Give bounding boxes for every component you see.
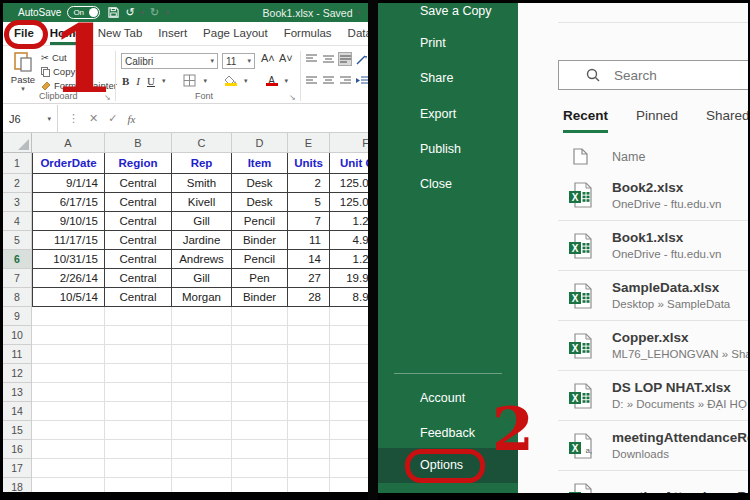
tab-shared[interactable]: Shared with Me [706, 108, 748, 133]
undo-icon[interactable]: ↺ [125, 6, 134, 19]
qat-customize-icon[interactable]: ▾ [165, 9, 169, 17]
column-header-B[interactable]: B [105, 133, 172, 153]
cell-C16[interactable] [172, 440, 232, 459]
cell-F11[interactable] [330, 345, 368, 364]
underline-dropdown-icon[interactable]: ▾ [162, 77, 166, 85]
tab-home[interactable]: Home [42, 27, 90, 45]
cell-A3[interactable]: 6/17/15 [32, 193, 105, 212]
row-header-9[interactable]: 9 [3, 307, 32, 326]
cell-E15[interactable] [288, 421, 330, 440]
cell-A2[interactable]: 9/1/14 [32, 174, 105, 193]
cell-F15[interactable] [330, 421, 368, 440]
font-name-select[interactable]: Calibri▾ [121, 53, 218, 69]
cell-C17[interactable] [172, 459, 232, 478]
cell-D7[interactable]: Pen [232, 269, 288, 288]
cell-B2[interactable]: Central [105, 174, 172, 193]
cell-A18[interactable] [32, 478, 105, 492]
cell-A13[interactable] [32, 383, 105, 402]
cell-E1[interactable]: Units [288, 153, 330, 174]
cell-A16[interactable] [32, 440, 105, 459]
cell-D12[interactable] [232, 364, 288, 383]
cell-A12[interactable] [32, 364, 105, 383]
insert-function-icon[interactable]: fx [127, 113, 135, 125]
row-header-7[interactable]: 7 [3, 269, 32, 288]
indent-icon[interactable] [355, 74, 368, 88]
cell-F1[interactable]: Unit Cost [330, 153, 368, 174]
cell-B6[interactable]: Central [105, 250, 172, 269]
row-header-17[interactable]: 17 [3, 459, 32, 478]
row-header-10[interactable]: 10 [3, 326, 32, 345]
align-bottom-icon[interactable] [338, 52, 352, 66]
row-header-14[interactable]: 14 [3, 402, 32, 421]
align-right-icon[interactable] [338, 74, 352, 88]
cell-D9[interactable] [232, 307, 288, 326]
cell-D1[interactable]: Item [232, 153, 288, 174]
cell-C13[interactable] [172, 383, 232, 402]
search-box[interactable] [558, 60, 748, 90]
cell-D15[interactable] [232, 421, 288, 440]
cell-C11[interactable] [172, 345, 232, 364]
row-header-4[interactable]: 4 [3, 212, 32, 231]
cell-D2[interactable]: Desk [232, 174, 288, 193]
align-left-icon[interactable] [304, 74, 318, 88]
cell-F7[interactable]: 19.99 [330, 269, 368, 288]
row-header-15[interactable]: 15 [3, 421, 32, 440]
cell-D6[interactable]: Pencil [232, 250, 288, 269]
undo-dropdown-icon[interactable]: ▾ [141, 9, 145, 17]
cell-E18[interactable] [288, 478, 330, 492]
cell-D13[interactable] [232, 383, 288, 402]
cell-E13[interactable] [288, 383, 330, 402]
cell-D10[interactable] [232, 326, 288, 345]
cell-F8[interactable]: 8.99 [330, 288, 368, 307]
name-box[interactable]: J6 ▾ [3, 105, 58, 132]
cell-D18[interactable] [232, 478, 288, 492]
copy-button[interactable]: Copy▾ [41, 66, 117, 77]
cell-B12[interactable] [105, 364, 172, 383]
menu-item-feedback[interactable]: Feedback [420, 426, 475, 440]
cell-B17[interactable] [105, 459, 172, 478]
cell-E9[interactable] [288, 307, 330, 326]
cell-B16[interactable] [105, 440, 172, 459]
tab-data[interactable]: Data [340, 27, 368, 45]
cell-F13[interactable] [330, 383, 368, 402]
align-middle-icon[interactable] [321, 52, 335, 66]
cut-button[interactable]: ✂Cut [41, 52, 117, 63]
menu-item-export[interactable]: Export [420, 107, 456, 121]
decrease-font-icon[interactable]: A˅ [279, 52, 293, 64]
file-row[interactable]: X Copper.xlsxML76_LEHONGVAN » Sha [558, 320, 748, 370]
cell-D17[interactable] [232, 459, 288, 478]
tab-recent[interactable]: Recent [563, 108, 608, 133]
save-icon[interactable] [108, 7, 119, 18]
cell-A15[interactable] [32, 421, 105, 440]
cell-C18[interactable] [172, 478, 232, 492]
cell-A8[interactable]: 10/5/14 [32, 288, 105, 307]
cell-F6[interactable]: 1.29 [330, 250, 368, 269]
cell-B14[interactable] [105, 402, 172, 421]
paste-button[interactable]: Paste ▾ [8, 51, 38, 95]
fill-color-button[interactable] [225, 76, 237, 86]
cell-E5[interactable]: 11 [288, 231, 330, 250]
row-header-1[interactable]: 1 [3, 153, 32, 174]
cell-B10[interactable] [105, 326, 172, 345]
file-row[interactable]: X meetingAttendanceRe [558, 470, 748, 493]
align-center-icon[interactable] [321, 74, 335, 88]
row-header-2[interactable]: 2 [3, 174, 32, 193]
cell-A10[interactable] [32, 326, 105, 345]
cell-B11[interactable] [105, 345, 172, 364]
cell-F16[interactable] [330, 440, 368, 459]
column-header-E[interactable]: E [288, 133, 330, 153]
tab-page-layout[interactable]: Page Layout [195, 27, 276, 45]
row-header-18[interactable]: 18 [3, 478, 32, 492]
cell-F10[interactable] [330, 326, 368, 345]
cell-B5[interactable]: Central [105, 231, 172, 250]
increase-font-icon[interactable]: A˄ [261, 52, 275, 64]
cell-A9[interactable] [32, 307, 105, 326]
row-header-8[interactable]: 8 [3, 288, 32, 307]
cell-D3[interactable]: Desk [232, 193, 288, 212]
borders-dropdown-icon[interactable]: ▾ [203, 77, 207, 85]
cell-E7[interactable]: 27 [288, 269, 330, 288]
cell-E3[interactable]: 5 [288, 193, 330, 212]
cell-A1[interactable]: OrderDate [32, 153, 105, 174]
row-header-12[interactable]: 12 [3, 364, 32, 383]
file-row[interactable]: X SampleData.xlsxDesktop » SampleData [558, 270, 748, 320]
